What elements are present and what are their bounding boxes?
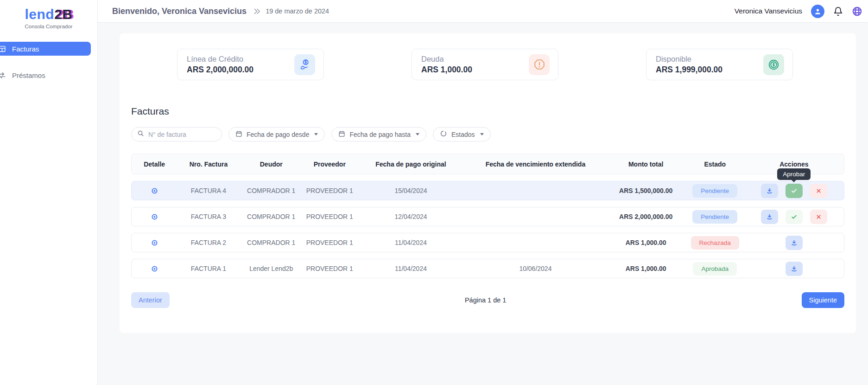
download-button[interactable] (786, 262, 803, 276)
user-avatar[interactable] (811, 5, 824, 18)
cell-estado: Pendiente (686, 210, 744, 224)
invoice-search[interactable] (131, 127, 222, 141)
calendar-icon (338, 130, 345, 139)
previous-page-button[interactable]: Anterior (131, 292, 170, 308)
double-chevron-icon (253, 7, 261, 15)
content-panel: Línea de Crédito ARS 2,000,000.00 Deuda … (120, 33, 856, 333)
cell-proveedor: PROVEEDOR 1 (303, 265, 357, 272)
pagination: Anterior Página 1 de 1 Siguiente (131, 292, 844, 321)
invoices-table-icon (0, 45, 6, 53)
swap-arrows-icon (0, 71, 6, 79)
user-name: Veronica Vansevicius (735, 7, 802, 15)
notifications-bell-icon[interactable] (833, 6, 843, 16)
logo-lend: lend (25, 6, 54, 22)
status-badge: Pendiente (692, 184, 737, 198)
view-detail-button[interactable] (132, 213, 177, 220)
cell-nro-factura: FACTURA 1 (177, 265, 240, 272)
cell-deudor: COMPRADOR 1 (240, 213, 303, 220)
topbar: Bienvenido, Veronica Vansevicius 19 de m… (98, 0, 868, 23)
download-icon (766, 187, 773, 194)
stat-value: ARS 1,000.00 (421, 65, 472, 75)
sidebar-nav: Facturas Préstamos (0, 42, 97, 82)
approve-tooltip: Aprobar (777, 168, 811, 180)
approve-button[interactable]: Aprobar (786, 184, 803, 198)
sidebar-item-prestamos[interactable]: Préstamos (0, 68, 97, 82)
filter-date-to-button[interactable]: Fecha de pago hasta (331, 127, 426, 141)
column-header: Acciones (744, 160, 844, 168)
download-button[interactable] (761, 210, 778, 224)
status-badge: Rechazada (691, 236, 739, 250)
table-row: FACTURA 2 COMPRADOR 1 PROVEEDOR 1 11/04/… (131, 233, 844, 252)
view-detail-button[interactable] (132, 187, 177, 194)
cell-monto: ARS 2,000,000.00 (606, 213, 686, 220)
filter-date-from-button[interactable]: Fecha de pago desde (228, 127, 325, 141)
page-info: Página 1 de 1 (465, 296, 507, 304)
stat-texts: Deuda ARS 1,000.00 (421, 55, 472, 75)
download-button[interactable] (761, 184, 778, 198)
download-icon (766, 213, 773, 220)
status-badge: Pendiente (692, 210, 737, 224)
logo-text: lend2B (0, 6, 97, 22)
cell-monto: ARS 1,000.00 (606, 265, 686, 272)
sidebar-item-label: Facturas (12, 45, 39, 53)
cell-fecha-venc: 10/06/2024 (465, 265, 606, 272)
topbar-right: Veronica Vansevicius (735, 5, 862, 18)
cell-nro-factura: FACTURA 2 (177, 239, 240, 246)
column-header: Monto total (606, 160, 686, 168)
filter-states-button[interactable]: Estados (433, 127, 491, 141)
cell-estado: Pendiente (686, 184, 744, 198)
view-detail-button[interactable] (132, 265, 177, 272)
cell-deudor: COMPRADOR 1 (240, 239, 303, 246)
language-globe-icon[interactable] (852, 6, 862, 17)
coins-icon (763, 54, 784, 75)
current-date: 19 de marzo de 2024 (266, 7, 329, 15)
chevron-down-icon (314, 133, 318, 135)
chevron-down-icon (416, 133, 419, 135)
column-header: Estado (686, 160, 744, 168)
view-detail-button[interactable] (132, 239, 177, 246)
column-header: Detalle (132, 160, 177, 168)
stat-label: Línea de Crédito (187, 55, 253, 64)
filter-label: Estados (451, 131, 475, 138)
cell-fecha-pago: 15/04/2024 (357, 187, 465, 194)
table-row: FACTURA 4 COMPRADOR 1 PROVEEDOR 1 15/04/… (131, 181, 844, 200)
column-header: Fecha de pago original (357, 160, 465, 168)
stat-texts: Línea de Crédito ARS 2,000,000.00 (187, 55, 253, 75)
check-icon (791, 187, 798, 194)
cell-fecha-pago: 12/04/2024 (357, 213, 465, 220)
cell-deudor: COMPRADOR 1 (240, 187, 303, 194)
x-icon (816, 214, 822, 220)
reject-button[interactable] (810, 210, 827, 224)
cell-estado: Aprobada (686, 262, 744, 276)
reject-button[interactable] (810, 184, 827, 198)
cell-nro-factura: FACTURA 4 (177, 187, 240, 194)
table-header-row: Detalle Nro. Factura Deudor Proveedor Fe… (131, 154, 844, 174)
cell-fecha-pago: 11/04/2024 (357, 239, 465, 246)
welcome-title: Bienvenido, Veronica Vansevicius (112, 6, 247, 16)
sidebar: lend2B Consola Comprador Facturas Présta… (0, 0, 98, 385)
eye-icon (151, 265, 158, 272)
hand-coin-icon (294, 54, 315, 75)
column-header: Fecha de vencimiento extendida (465, 160, 606, 168)
download-icon (791, 239, 798, 246)
brand-logo: lend2B Consola Comprador (0, 0, 97, 29)
stat-label: Disponible (656, 55, 722, 64)
cell-acciones: Aprobar (744, 184, 844, 198)
invoice-search-input[interactable] (148, 131, 216, 138)
stat-card-debt: Deuda ARS 1,000.00 (412, 49, 558, 80)
download-button[interactable] (786, 236, 803, 250)
cell-proveedor: PROVEEDOR 1 (303, 239, 357, 246)
cell-acciones (744, 262, 844, 276)
cell-proveedor: PROVEEDOR 1 (303, 187, 357, 194)
cell-estado: Rechazada (686, 236, 744, 250)
next-page-button[interactable]: Siguiente (802, 292, 844, 308)
sidebar-item-facturas[interactable]: Facturas (0, 42, 91, 56)
table-row: FACTURA 1 Lender Lend2b PROVEEDOR 1 11/0… (131, 259, 844, 278)
table-row: FACTURA 3 COMPRADOR 1 PROVEEDOR 1 12/04/… (131, 207, 844, 226)
filter-label: Fecha de pago desde (247, 131, 309, 138)
approve-button[interactable] (786, 210, 803, 224)
cell-monto: ARS 1,000.00 (606, 239, 686, 246)
cell-acciones (744, 210, 844, 224)
cell-deudor: Lender Lend2b (240, 265, 303, 272)
person-icon (814, 7, 822, 15)
